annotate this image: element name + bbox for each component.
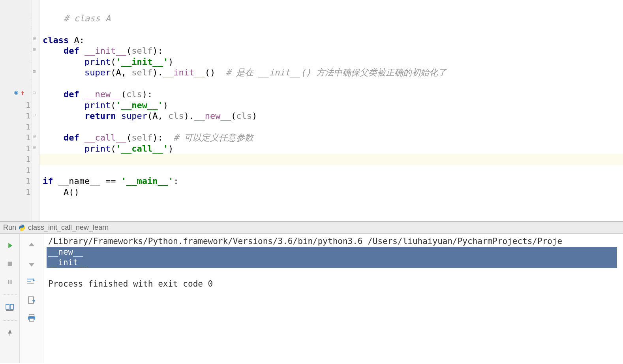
fold-icon[interactable]: ⊟: [33, 144, 38, 150]
console-command: /Library/Frameworks/Python.framework/Ver…: [48, 236, 618, 247]
code-line: [43, 78, 623, 89]
code-line: class A:: [43, 35, 623, 46]
run-config-name[interactable]: class_init_call_new_learn: [28, 223, 109, 232]
svg-rect-2: [10, 280, 11, 284]
pause-button[interactable]: [4, 276, 16, 288]
layout-button[interactable]: [4, 301, 16, 314]
code-line: print('__new__'): [43, 100, 623, 111]
fold-icon[interactable]: ⊟: [33, 36, 38, 41]
console-output[interactable]: /Library/Frameworks/Python.framework/Ver…: [43, 234, 623, 363]
svg-rect-9: [28, 297, 33, 304]
print-button[interactable]: [25, 312, 38, 325]
scroll-up-button[interactable]: [25, 239, 38, 252]
run-primary-toolbar: [0, 234, 20, 363]
console-exit-line: Process finished with exit code 0: [48, 279, 618, 289]
svg-rect-4: [10, 304, 13, 310]
export-button[interactable]: [25, 294, 38, 306]
soft-wrap-button[interactable]: [25, 276, 38, 288]
gutter: 123456789101112131415161718 ↑ ⊟ ⊟ ⊟ ⊟ ⊟ …: [0, 0, 39, 221]
code-line: super(A, self).__init__() # 是在 __init__(…: [43, 67, 623, 78]
run-body: /Library/Frameworks/Python.framework/Ver…: [0, 234, 623, 363]
code-line: return super(A, cls).__new__(cls): [43, 111, 623, 122]
svg-rect-3: [6, 304, 9, 310]
gutter-markers: ↑: [13, 0, 25, 221]
svg-rect-8: [27, 283, 34, 284]
fold-icon[interactable]: ⊟: [33, 133, 38, 139]
run-header: Run class_init_call_new_learn: [0, 222, 623, 234]
svg-rect-12: [29, 319, 34, 321]
code-line: [43, 165, 623, 176]
code-line: [43, 122, 623, 133]
fold-icon[interactable]: ⊟: [33, 112, 38, 118]
code-line: if __name__ == '__main__':: [43, 176, 623, 187]
svg-rect-0: [8, 262, 12, 266]
code-line: def __call__(self): # 可以定义任意参数: [43, 132, 623, 143]
override-marker-icon[interactable]: [13, 90, 19, 96]
svg-rect-10: [29, 315, 34, 317]
code-line: def __new__(cls):: [43, 89, 623, 100]
editor-area: 123456789101112131415161718 ↑ ⊟ ⊟ ⊟ ⊟ ⊟ …: [0, 0, 623, 221]
run-header-label: Run: [3, 223, 16, 232]
code-line: def __init__(self):: [43, 45, 623, 56]
stop-button[interactable]: [4, 257, 16, 270]
fold-icon[interactable]: ⊟: [33, 69, 38, 74]
code-line: print('__call__'): [43, 143, 623, 154]
rerun-button[interactable]: [4, 239, 16, 252]
svg-rect-6: [27, 279, 34, 280]
scroll-down-button[interactable]: [25, 257, 38, 270]
svg-rect-1: [8, 280, 9, 284]
code-line: print('__init__'): [43, 56, 623, 68]
code-editor[interactable]: # class Aclass A: def __init__(self): pr…: [39, 0, 623, 221]
code-line: A(): [43, 187, 623, 198]
fold-column: ⊟ ⊟ ⊟ ⊟ ⊟ ⊟ ⊟: [31, 0, 39, 221]
code-line: [43, 24, 623, 35]
python-icon: [19, 224, 26, 231]
console-output-line: __init__: [47, 257, 617, 268]
console-output-line: __new__: [47, 247, 617, 257]
console-output-line: [48, 268, 618, 279]
run-secondary-toolbar: [20, 234, 43, 363]
fold-icon[interactable]: ⊟: [33, 90, 38, 96]
svg-rect-5: [6, 310, 13, 311]
run-tool-window: Run class_init_call_new_learn: [0, 221, 623, 363]
fold-icon[interactable]: ⊟: [33, 47, 38, 52]
override-arrow-icon: ↑: [21, 88, 25, 97]
svg-rect-7: [27, 281, 31, 281]
code-line: [43, 2, 623, 13]
code-line: [39, 154, 623, 165]
code-line: # class A: [43, 13, 623, 24]
pin-button[interactable]: [4, 327, 16, 340]
